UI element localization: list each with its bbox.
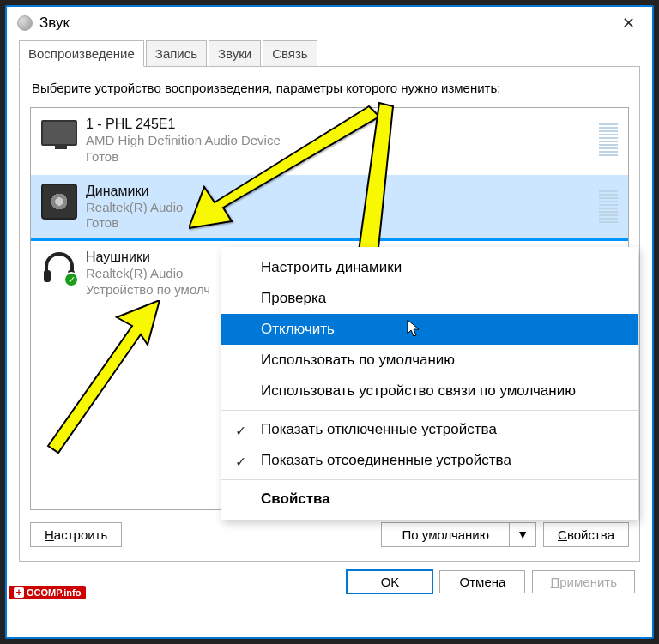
ctx-test[interactable]: Проверка xyxy=(221,283,638,314)
device-status: Готов xyxy=(86,149,618,164)
vu-meter xyxy=(599,184,618,223)
button-label: Свойства xyxy=(558,527,614,542)
tab-sounds[interactable]: Звуки xyxy=(209,40,261,67)
checkmark-icon: ✓ xyxy=(235,423,246,439)
properties-button[interactable]: Свойства xyxy=(543,522,629,547)
ctx-label: Проверка xyxy=(261,290,326,306)
device-status: Готов xyxy=(86,215,618,230)
window-title: Звук xyxy=(39,15,615,32)
ctx-set-default-comm[interactable]: Использовать устройство связи по умолчан… xyxy=(221,376,638,406)
ctx-label: Свойства xyxy=(261,491,330,507)
device-name: Динамики xyxy=(86,184,618,199)
tab-strip: Воспроизведение Запись Звуки Связь xyxy=(7,39,652,66)
button-label: OK xyxy=(381,575,400,589)
headphones-icon: ✓ xyxy=(41,250,77,286)
tab-playback[interactable]: Воспроизведение xyxy=(19,40,144,67)
cancel-button[interactable]: Отмена xyxy=(439,570,525,593)
svg-rect-0 xyxy=(44,270,51,282)
tab-label: Звуки xyxy=(218,46,251,61)
tab-recording[interactable]: Запись xyxy=(146,40,207,67)
ok-button[interactable]: OK xyxy=(347,570,432,593)
ctx-show-disabled[interactable]: ✓Показать отключенные устройства xyxy=(221,414,638,445)
dialog-button-row: OK Отмена Применить xyxy=(7,562,652,604)
configure-button[interactable]: Настроить xyxy=(30,522,122,547)
button-label: Отмена xyxy=(460,575,506,589)
tab-label: Связь xyxy=(272,46,307,61)
set-default-dropdown[interactable]: ▼ xyxy=(510,522,536,547)
ctx-properties[interactable]: Свойства xyxy=(221,484,638,515)
titlebar: Звук ✕ xyxy=(7,7,652,39)
button-label: Применить xyxy=(550,575,617,589)
device-driver: Realtek(R) Audio xyxy=(86,199,618,216)
tab-label: Запись xyxy=(155,46,197,61)
watermark: +OCOMP.info xyxy=(9,586,86,599)
apply-button[interactable]: Применить xyxy=(532,570,635,593)
ctx-label: Показать отключенные устройства xyxy=(261,421,497,437)
ctx-separator xyxy=(221,410,638,411)
device-row-monitor[interactable]: 1 - PHL 245E1 AMD High Definition Audio … xyxy=(31,108,628,175)
checkmark-icon: ✓ xyxy=(235,454,246,470)
instruction-text: Выберите устройство воспроизведения, пар… xyxy=(32,81,627,95)
device-name: 1 - PHL 245E1 xyxy=(86,117,618,132)
ctx-label: Настроить динамики xyxy=(261,259,402,275)
device-info: Динамики Realtek(R) Audio Готов xyxy=(86,184,618,231)
device-info: 1 - PHL 245E1 AMD High Definition Audio … xyxy=(86,117,618,164)
monitor-icon xyxy=(41,117,77,153)
ctx-show-disconnected[interactable]: ✓Показать отсоединенные устройства xyxy=(221,445,638,476)
sound-icon xyxy=(17,15,33,31)
set-default-button[interactable]: По умолчанию xyxy=(381,522,510,547)
tab-communications[interactable]: Связь xyxy=(263,40,317,67)
watermark-text: OCOMP.info xyxy=(27,587,81,598)
ctx-label: Отключить xyxy=(261,321,335,337)
ctx-set-default[interactable]: Использовать по умолчанию xyxy=(221,345,638,376)
vu-meter xyxy=(599,117,618,156)
tab-label: Воспроизведение xyxy=(28,46,135,61)
button-label: Настроить xyxy=(45,527,107,542)
ctx-disable[interactable]: Отключить xyxy=(221,314,638,345)
ctx-label: Использовать устройство связи по умолчан… xyxy=(261,382,576,399)
device-driver: AMD High Definition Audio Device xyxy=(86,132,618,149)
button-label: По умолчанию xyxy=(402,527,489,542)
ctx-label: Показать отсоединенные устройства xyxy=(261,452,511,468)
ctx-separator xyxy=(221,479,638,480)
context-menu: Настроить динамики Проверка Отключить Ис… xyxy=(221,247,638,520)
panel-button-row: Настроить По умолчанию ▼ Свойства xyxy=(30,522,629,547)
ctx-configure-speakers[interactable]: Настроить динамики xyxy=(221,252,638,283)
device-row-speakers[interactable]: Динамики Realtek(R) Audio Готов xyxy=(31,175,628,242)
close-button[interactable]: ✕ xyxy=(615,14,642,33)
default-check-icon: ✓ xyxy=(63,272,79,287)
speaker-icon xyxy=(41,184,77,220)
ctx-label: Использовать по умолчанию xyxy=(261,352,455,368)
